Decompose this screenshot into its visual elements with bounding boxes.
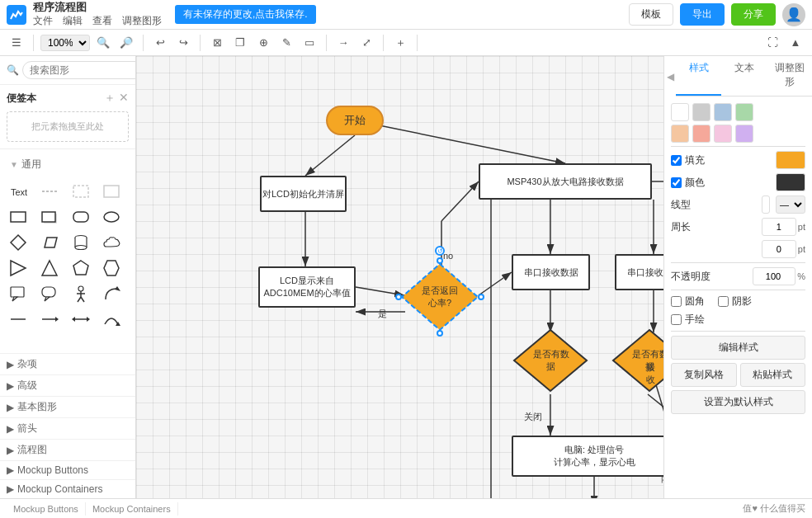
shape-text[interactable]: Text xyxy=(7,180,30,203)
color-peach[interactable] xyxy=(671,125,689,143)
zoom-select[interactable]: 100% 75% 50% 150% xyxy=(40,35,90,51)
section-mockup-buttons[interactable]: ▶ Mockup Buttons xyxy=(0,460,135,479)
section-misc[interactable]: ▶ 杂项 xyxy=(0,353,135,374)
section-flowchart[interactable]: ▶ 流程图 xyxy=(0,439,135,460)
shape-hexagon[interactable] xyxy=(100,257,123,280)
pen-btn[interactable]: ✎ xyxy=(276,33,296,53)
node-return-q[interactable]: 是否返回心率? ↺ xyxy=(399,261,481,333)
shape-rect-shadow[interactable] xyxy=(38,205,61,228)
line-style-dropdown[interactable]: — - - xyxy=(776,195,805,214)
color-gray[interactable] xyxy=(692,103,710,121)
shape-rect-curved[interactable] xyxy=(69,205,92,228)
section-basic-shapes[interactable]: ▶ 基本图形 xyxy=(0,396,135,417)
shape-arrow-line[interactable] xyxy=(38,308,61,331)
tab-text[interactable]: 文本 xyxy=(721,56,767,96)
shape-callout2[interactable] xyxy=(38,282,61,305)
shape-curved-arrow2[interactable] xyxy=(100,308,123,331)
section-arrows[interactable]: ▶ 箭头 xyxy=(0,417,135,439)
shape-blank[interactable] xyxy=(100,180,123,203)
fill-btn[interactable]: ⊕ xyxy=(253,33,273,53)
copy-btn[interactable]: ❐ xyxy=(230,33,250,53)
shape-ellipse[interactable] xyxy=(100,205,123,228)
opacity-input[interactable] xyxy=(753,267,795,285)
menu-adjust[interactable]: 调整图形 xyxy=(122,14,162,28)
resize-btn[interactable]: ⤢ xyxy=(356,33,376,53)
shape-rect[interactable] xyxy=(7,205,30,228)
color-white[interactable] xyxy=(671,103,689,121)
shape-triangle-u[interactable] xyxy=(38,257,61,280)
color-green-light[interactable] xyxy=(735,103,753,121)
paste-style-btn[interactable]: 粘贴样式 xyxy=(740,363,806,387)
collapse-btn[interactable]: ▲ xyxy=(786,33,805,53)
unsaved-notice[interactable]: 有未保存的更改,点击我保存. xyxy=(175,5,316,24)
shape-person[interactable] xyxy=(69,282,92,305)
color-purple[interactable] xyxy=(735,125,753,143)
node-msp430[interactable]: MSP430从放大电路接收数据 xyxy=(479,163,652,200)
stroke-color-box[interactable] xyxy=(776,173,805,191)
round-corner-checkbox[interactable] xyxy=(671,296,682,307)
color-blue-light[interactable] xyxy=(714,103,732,121)
menu-file[interactable]: 文件 xyxy=(33,14,53,28)
edit-style-btn[interactable]: 编辑样式 xyxy=(671,336,805,360)
copy-style-btn[interactable]: 复制风格 xyxy=(671,363,737,387)
bottom-mockup-buttons[interactable]: Mockup Buttons xyxy=(7,502,86,516)
zoom-in-btn[interactable]: 🔎 xyxy=(116,33,136,53)
panel-nav-arrow[interactable]: ◀ xyxy=(664,71,676,82)
zoom-out-btn[interactable]: 🔍 xyxy=(93,33,113,53)
line-width-input[interactable] xyxy=(762,218,796,236)
shape-line[interactable] xyxy=(7,308,30,331)
add-btn[interactable]: ＋ xyxy=(390,33,410,53)
node-serial2[interactable]: 串口接收数据 xyxy=(615,254,663,290)
fullscreen-btn[interactable]: ⛶ xyxy=(762,33,782,53)
fill-color-box[interactable] xyxy=(776,151,805,169)
shape-pentagon[interactable] xyxy=(69,257,92,280)
shape-arrow-curved[interactable] xyxy=(100,282,123,305)
redo-btn[interactable]: ↪ xyxy=(173,33,193,53)
shape-triangle-r[interactable] xyxy=(7,257,30,280)
shape-bidir-arrow[interactable] xyxy=(69,308,92,331)
shape-callout[interactable] xyxy=(7,282,30,305)
perimeter-input[interactable] xyxy=(762,240,796,258)
bottom-mockup-containers[interactable]: Mockup Containers xyxy=(86,502,178,516)
color-pink[interactable] xyxy=(714,125,732,143)
stroke-checkbox[interactable] xyxy=(671,177,682,188)
export-button[interactable]: 导出 xyxy=(680,3,725,26)
menu-edit[interactable]: 编辑 xyxy=(63,14,83,28)
arrow-btn[interactable]: → xyxy=(333,33,353,53)
fill-checkbox[interactable] xyxy=(671,155,682,166)
node-serial1[interactable]: 串口接收数据 xyxy=(512,254,590,290)
favorites-add-icon[interactable]: ＋ xyxy=(104,91,116,106)
toolbar-menu-btn[interactable]: ☰ xyxy=(7,33,26,53)
node-computer[interactable]: 电脑: 处理信号计算心率，显示心电 xyxy=(512,436,663,477)
tab-style[interactable]: 样式 xyxy=(676,56,721,96)
line-style-select[interactable] xyxy=(762,195,770,214)
template-button[interactable]: 模板 xyxy=(629,3,673,26)
share-button[interactable]: 分享 xyxy=(731,3,776,26)
shape-invisible[interactable] xyxy=(69,180,92,203)
tab-adjust[interactable]: 调整图形 xyxy=(767,56,812,96)
shape-cloud[interactable] xyxy=(100,231,123,254)
shadow-checkbox[interactable] xyxy=(718,296,729,307)
shape-diamond[interactable] xyxy=(7,231,30,254)
menu-view[interactable]: 查看 xyxy=(92,14,112,28)
node-lcd-init[interactable]: 对LCD初始化并清屏 xyxy=(260,176,347,212)
section-general[interactable]: ▼ 通用 xyxy=(3,153,132,177)
main-area: 🔍 便签本 ＋ ✕ 把元素拖拽至此处 ▼ 通用 T xyxy=(0,56,812,498)
node-data-q1[interactable]: 是否有数据 xyxy=(512,327,590,394)
shape-cylinder[interactable] xyxy=(69,231,92,254)
hand-drawn-checkbox[interactable] xyxy=(671,314,682,325)
delete-btn[interactable]: ⊠ xyxy=(207,33,227,53)
shape-link[interactable] xyxy=(38,180,61,203)
canvas-area[interactable]: 开始 对LCD初始化并清屏 MSP430从放大电路接收数据 LCD显示来自ADC… xyxy=(136,56,663,498)
color-salmon[interactable] xyxy=(692,125,710,143)
set-default-btn[interactable]: 设置为默认样式 xyxy=(671,390,805,414)
favorites-close-icon[interactable]: ✕ xyxy=(119,91,129,106)
node-start[interactable]: 开始 xyxy=(326,106,384,135)
search-input[interactable] xyxy=(22,61,136,79)
section-advanced[interactable]: ▶ 高级 xyxy=(0,374,135,396)
shape-parallelogram[interactable] xyxy=(38,231,61,254)
node-lcd-display[interactable]: LCD显示来自ADC10MEM的心率值 xyxy=(258,266,356,308)
rect-btn[interactable]: ▭ xyxy=(300,33,319,53)
undo-btn[interactable]: ↩ xyxy=(150,33,170,53)
section-mockup-containers[interactable]: ▶ Mockup Containers xyxy=(0,479,135,498)
